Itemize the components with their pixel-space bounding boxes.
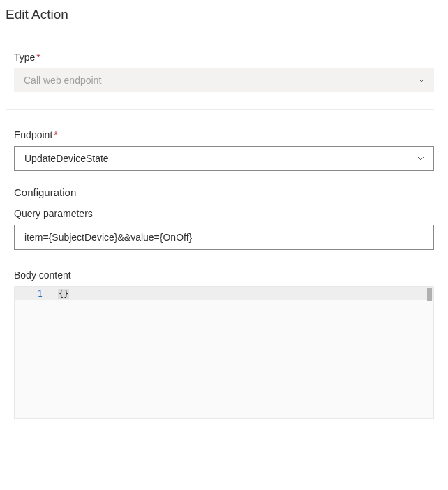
line-number: 1 [15,289,58,299]
type-label: Type* [14,52,434,63]
query-params-input[interactable] [14,225,434,250]
type-select[interactable]: Call web endpoint [14,68,434,92]
type-label-text: Type [14,52,35,63]
chevron-down-icon [417,154,425,163]
endpoint-select[interactable]: UpdateDeviceState [14,146,434,171]
body-content-editor[interactable]: 1 {} [14,286,434,419]
code-text[interactable]: {} [58,289,433,299]
body-content-label: Body content [14,269,434,281]
type-select-value: Call web endpoint [24,75,101,86]
code-braces: {} [58,289,69,299]
required-indicator: * [36,52,40,63]
chevron-down-icon [417,76,426,84]
page-title: Edit Action [6,7,434,22]
form-section: Type* Call web endpoint Endpoint* Update… [6,52,434,419]
configuration-heading: Configuration [14,186,434,198]
endpoint-label: Endpoint* [14,129,434,140]
scrollbar-marker [427,288,432,301]
endpoint-select-value: UpdateDeviceState [24,153,109,164]
required-indicator: * [54,129,57,140]
endpoint-label-text: Endpoint [14,129,52,140]
section-divider [6,109,434,110]
code-line: 1 {} [15,287,433,300]
query-params-label: Query parameters [14,208,434,219]
